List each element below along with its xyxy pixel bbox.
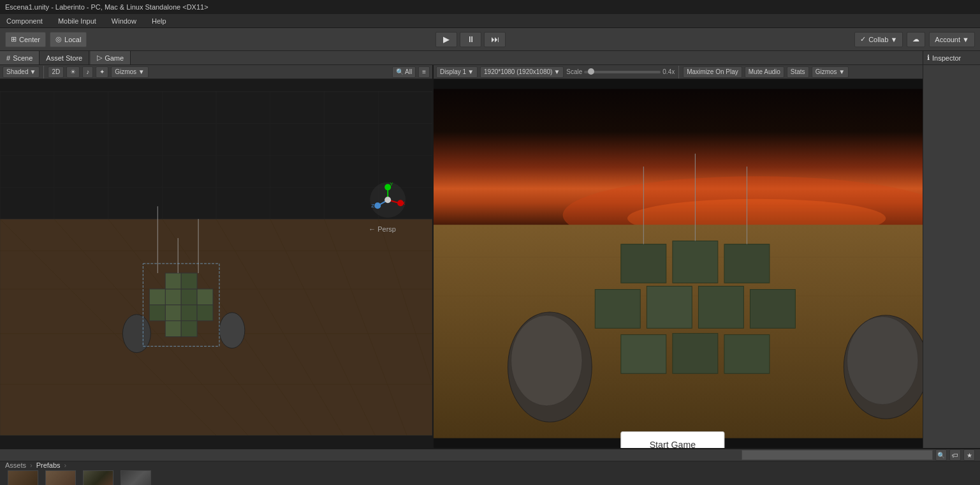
breadcrumb-prefabs[interactable]: Prefabs <box>36 461 61 469</box>
game-tab-icon: ▷ <box>97 54 102 62</box>
svg-rect-85 <box>621 334 666 373</box>
shaded-dropdown[interactable]: Shaded ▼ <box>3 66 40 78</box>
svg-rect-37 <box>197 305 213 321</box>
game-canvas: Start Game Start Game <box>434 79 923 448</box>
scene-view[interactable]: Y X Z ← Persp <box>0 79 432 448</box>
pause-button[interactable]: ⏸ <box>460 32 481 47</box>
svg-rect-81 <box>698 286 743 328</box>
svg-text:X: X <box>402 200 406 206</box>
mute-audio[interactable]: Mute Audio <box>745 66 784 78</box>
asset-thumb-2 <box>45 470 76 485</box>
audio-button[interactable]: ♪ <box>82 66 93 78</box>
svg-rect-2 <box>0 219 432 435</box>
star-icon-btn[interactable]: ★ <box>963 449 975 461</box>
svg-point-55 <box>384 197 391 203</box>
play-icon: ▶ <box>443 34 450 44</box>
local-icon: ◎ <box>55 35 62 43</box>
stats-button[interactable]: Stats <box>787 66 809 78</box>
audio-icon: ♪ <box>86 68 89 75</box>
inspector-label: Inspector <box>932 54 961 62</box>
svg-rect-41 <box>181 321 197 337</box>
menu-mobile-input[interactable]: Mobile Input <box>54 16 100 26</box>
asset-item-1[interactable] <box>5 470 40 485</box>
scale-slider-thumb <box>588 68 594 75</box>
toolbar: ⊞ Center ◎ Local ▶ ⏸ ⏭ ✓ Collab ▼ ☁ Acco… <box>0 28 980 51</box>
inspector-tab[interactable]: ℹ Inspector <box>923 51 980 65</box>
svg-rect-89 <box>724 334 770 373</box>
playback-controls: ▶ ⏸ ⏭ <box>91 32 851 47</box>
separator-1 <box>43 66 44 78</box>
scene-panel: Shaded ▼ 2D ☀ ♪ ✦ <box>0 65 434 448</box>
search-icon-btn[interactable]: 🔍 <box>935 449 947 461</box>
assets-content <box>0 469 980 485</box>
svg-text:Start Game: Start Game <box>650 440 696 448</box>
svg-rect-40 <box>165 321 181 337</box>
svg-rect-87 <box>673 333 718 373</box>
account-button[interactable]: Account ▼ <box>929 32 975 47</box>
tab-asset-store[interactable]: Asset Store <box>40 51 89 64</box>
local-button[interactable]: ◎ Local <box>50 32 87 47</box>
breadcrumb-assets[interactable]: Assets <box>5 461 26 469</box>
svg-rect-79 <box>647 286 692 328</box>
play-button[interactable]: ▶ <box>435 32 457 47</box>
maximize-on-play[interactable]: Maximize On Play <box>683 66 742 78</box>
svg-point-53 <box>374 202 381 209</box>
display-dropdown-icon: ▼ <box>467 68 474 75</box>
game-panel: Display 1 ▼ 1920*1080 (1920x1080) ▼ Scal… <box>434 65 923 448</box>
asset-item-3[interactable] <box>80 470 115 485</box>
step-button[interactable]: ⏭ <box>484 32 506 47</box>
lighting-button[interactable]: ☀ <box>66 66 80 78</box>
main-area: # Scene Asset Store ▷ Game Shaded ▼ <box>0 51 980 448</box>
collab-button[interactable]: ✓ Collab ▼ <box>854 32 903 47</box>
scene-toolbar: Shaded ▼ 2D ☀ ♪ ✦ <box>0 65 432 79</box>
scene-gizmos-dropdown[interactable]: Gizmos ▼ <box>111 66 149 78</box>
svg-rect-33 <box>181 305 197 321</box>
viewports: Shaded ▼ 2D ☀ ♪ ✦ <box>0 65 923 448</box>
display-dropdown[interactable]: Display 1 ▼ <box>436 66 478 78</box>
scene-more[interactable]: ≡ <box>418 66 430 78</box>
pause-icon: ⏸ <box>467 34 475 44</box>
svg-rect-77 <box>595 290 640 329</box>
scale-value: 0.4x <box>662 68 675 75</box>
fx-button[interactable]: ✦ <box>96 66 108 78</box>
asset-store-tab-label: Asset Store <box>46 54 82 62</box>
cloud-icon: ☁ <box>912 35 919 43</box>
search-input[interactable] <box>742 450 933 460</box>
game-gizmos-dropdown[interactable]: Gizmos ▼ <box>812 66 849 78</box>
svg-text:← Persp: ← Persp <box>369 225 396 233</box>
menu-window[interactable]: Window <box>108 16 140 26</box>
scale-label: Scale <box>566 68 582 75</box>
viewport-area: # Scene Asset Store ▷ Game Shaded ▼ <box>0 51 923 448</box>
svg-rect-31 <box>181 289 197 305</box>
tab-scene[interactable]: # Scene <box>0 51 40 64</box>
sun-icon: ☀ <box>70 68 76 75</box>
breadcrumb-sep: › <box>30 461 33 469</box>
2d-button[interactable]: 2D <box>48 66 64 78</box>
assets-breadcrumb-bar: Assets › Prefabs › <box>0 461 980 469</box>
resolution-dropdown[interactable]: 1920*1080 (1920x1080) ▼ <box>480 66 564 78</box>
game-view[interactable]: Start Game Start Game <box>434 79 923 448</box>
svg-point-67 <box>511 315 582 406</box>
scene-tab-icon: # <box>6 54 10 62</box>
scale-slider[interactable] <box>584 71 661 73</box>
center-button[interactable]: ⊞ Center <box>5 32 46 47</box>
asset-thumb-3 <box>83 470 113 485</box>
scene-search[interactable]: 🔍 All <box>392 66 416 78</box>
cloud-button[interactable]: ☁ <box>907 32 925 47</box>
asset-item-2[interactable] <box>43 470 78 485</box>
collab-check-icon: ✓ <box>860 35 866 43</box>
svg-point-29 <box>219 313 245 348</box>
svg-text:Z: Z <box>371 203 374 209</box>
svg-rect-38 <box>165 273 181 289</box>
svg-point-28 <box>122 315 150 353</box>
tag-icon-btn[interactable]: 🏷 <box>949 449 961 461</box>
menu-component[interactable]: Component <box>3 16 47 26</box>
svg-rect-35 <box>149 305 165 321</box>
tab-game[interactable]: ▷ Game <box>91 51 131 64</box>
menu-help[interactable]: Help <box>148 16 170 26</box>
svg-rect-73 <box>673 241 718 283</box>
menu-bar: Component Mobile Input Window Help <box>0 14 980 28</box>
title-text: Escena1.unity - Laberinto - PC, Mac & Li… <box>5 3 208 11</box>
svg-rect-36 <box>197 289 213 305</box>
asset-item-4[interactable] <box>118 470 153 485</box>
